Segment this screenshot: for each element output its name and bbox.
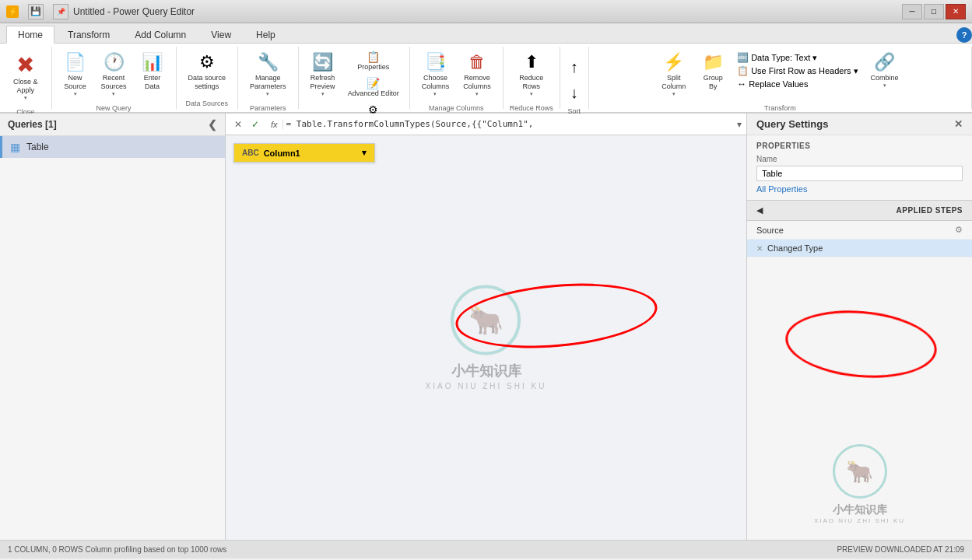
applied-steps-header: ◀ APPLIED STEPS	[747, 200, 972, 221]
queries-collapse-button[interactable]: ❮	[208, 118, 217, 131]
minimize-button[interactable]: ─	[902, 4, 922, 19]
formula-fx-label: fx	[266, 120, 283, 129]
app-icon: ⚡	[6, 5, 19, 18]
properties-section-title: PROPERTIES	[756, 142, 963, 150]
tab-view[interactable]: View	[199, 26, 243, 43]
data-sources-group-label: Data Sources	[186, 96, 229, 107]
annotation-circle-steps	[783, 305, 940, 384]
combine-button[interactable]: 🔗 Combine ▾	[865, 48, 904, 93]
tab-home[interactable]: Home	[6, 26, 54, 44]
query-item-table[interactable]: ▦ Table	[0, 136, 225, 158]
ribbon-group-new-query: 📄 NewSource ▾ 🕐 RecentSources ▾ 📊 EnterD…	[52, 47, 177, 109]
ribbon-group-parameters: 🔧 ManageParameters ▾ Parameters	[238, 47, 299, 109]
settings-watermark: 🐂 小牛知识库 XIAO NIU ZHI SHI KU	[747, 429, 972, 540]
step-gear-icon[interactable]: ⚙	[955, 225, 963, 235]
replace-values-label: Replace Values	[749, 79, 808, 89]
new-source-button[interactable]: 📄 NewSource ▾	[58, 48, 93, 101]
choose-columns-button[interactable]: 📑 ChooseColumns ▾	[416, 48, 455, 101]
step-label-source: Source	[756, 226, 784, 235]
settings-watermark-sub: XIAO NIU ZHI SHI KU	[814, 517, 905, 524]
use-first-row-label: Use First Row as Headers	[751, 66, 851, 75]
data-grid[interactable]: ABC Column1 ▾ 🐂 小牛知识库 XIAO NIU ZHI	[226, 135, 746, 540]
watermark-text: 小牛知识库	[451, 362, 521, 380]
split-column-label: SplitColumn	[661, 74, 686, 91]
combine-label: Combine	[871, 74, 899, 82]
step-item-changed-type[interactable]: ✕ Changed Type	[747, 240, 972, 257]
settings-watermark-text: 小牛知识库	[833, 503, 887, 517]
all-properties-link[interactable]: All Properties	[756, 184, 963, 194]
recent-sources-button[interactable]: 🕐 RecentSources ▾	[96, 48, 132, 101]
refresh-preview-label: RefreshPreview	[311, 74, 335, 91]
tab-add-column[interactable]: Add Column	[123, 26, 198, 43]
window-title: Untitled - Power Query Editor	[73, 6, 195, 17]
formula-expand-button[interactable]: ▾	[737, 119, 742, 130]
window-close-button[interactable]: ✕	[946, 4, 966, 19]
queries-panel: Queries [1] ❮ ▦ Table	[0, 114, 226, 540]
new-source-label: NewSource	[64, 74, 86, 91]
formula-back-button[interactable]: ✕	[230, 117, 246, 132]
settings-panel: Query Settings ✕ PROPERTIES Name All Pro…	[746, 114, 972, 540]
reduce-rows-button[interactable]: ⬆ ReduceRows ▾	[514, 48, 549, 101]
manage-columns-group-label: Manage Columns	[429, 101, 484, 112]
ribbon-group-query: 🔄 RefreshPreview ▾ 📋 Properties 📝 Advanc…	[299, 47, 410, 109]
step-delete-icon[interactable]: ✕	[756, 244, 763, 253]
enter-data-button[interactable]: 📊 EnterData	[135, 48, 170, 95]
formula-bar: ✕ ✓ fx ▾	[226, 114, 746, 135]
watermark-logo: 🐂	[451, 285, 521, 355]
data-type-button[interactable]: 🔤 Data Type: Text ▾	[735, 51, 860, 64]
name-label: Name	[756, 155, 963, 163]
group-by-button[interactable]: 📁 GroupBy	[696, 48, 730, 95]
name-input[interactable]	[756, 166, 963, 181]
settings-title: Query Settings	[756, 118, 828, 130]
col-dropdown-icon[interactable]: ▾	[362, 148, 367, 158]
manage-parameters-button[interactable]: 🔧 ManageParameters ▾	[244, 48, 292, 101]
split-column-button[interactable]: ⚡ SplitColumn ▾	[656, 48, 691, 101]
ribbon-group-transform: ⚡ SplitColumn ▾ 📁 GroupBy 🔤 Data Type: T…	[589, 47, 972, 109]
step-label-changed-type: Changed Type	[767, 243, 823, 253]
transform-group-label: Transform	[764, 101, 796, 112]
column-header-column1[interactable]: ABC Column1 ▾	[234, 144, 375, 163]
remove-columns-button[interactable]: 🗑 RemoveColumns ▾	[458, 48, 497, 101]
close-apply-dropdown[interactable]: ▾	[24, 95, 27, 101]
help-button[interactable]: ?	[956, 27, 972, 43]
step-item-source[interactable]: Source ⚙	[747, 221, 972, 240]
ribbon-group-data-sources: ⚙ Data sourcesettings Data Sources	[177, 47, 239, 109]
formula-check-button[interactable]: ✓	[247, 117, 263, 132]
pin-button[interactable]: 📌	[53, 4, 68, 19]
use-first-row-button[interactable]: 📋 Use First Row as Headers ▾	[735, 65, 860, 77]
ribbon-group-manage-columns: 📑 ChooseColumns ▾ 🗑 RemoveColumns ▾ Mana…	[410, 47, 504, 109]
settings-watermark-logo: 🐂	[833, 444, 887, 499]
properties-button[interactable]: 📋 Properties	[344, 48, 403, 73]
applied-steps-arrow: ◀	[756, 205, 763, 215]
recent-sources-label: RecentSources	[101, 74, 127, 91]
data-type-label: Data Type: Text	[751, 53, 810, 62]
table-icon: ▦	[10, 141, 20, 153]
replace-values-button[interactable]: ↔ Replace Values	[735, 78, 860, 90]
tab-transform[interactable]: Transform	[56, 26, 121, 43]
close-apply-button[interactable]: ✖ Close & Apply ▾	[6, 48, 45, 105]
sort-desc-button[interactable]: ↓	[567, 82, 582, 104]
close-apply-label: Close & Apply	[13, 78, 38, 95]
maximize-button[interactable]: □	[924, 4, 944, 19]
grid-table: ABC Column1 ▾	[233, 143, 375, 163]
refresh-preview-button[interactable]: 🔄 RefreshPreview ▾	[305, 48, 341, 101]
manage-parameters-label: ManageParameters	[250, 74, 286, 91]
center-panel: ✕ ✓ fx ▾ ABC Column1 ▾	[226, 114, 746, 540]
queries-title: Queries [1]	[8, 119, 57, 130]
watermark-sub: XIAO NIU ZHI SHI KU	[426, 382, 547, 390]
advanced-editor-button[interactable]: 📝 Advanced Editor	[344, 75, 403, 100]
data-source-settings-button[interactable]: ⚙ Data sourcesettings	[183, 48, 232, 95]
status-bar: 1 COLUMN, 0 ROWS Column profiling based …	[0, 540, 972, 558]
new-query-group-label: New Query	[96, 101, 132, 112]
settings-close-button[interactable]: ✕	[954, 118, 963, 130]
main-area: Queries [1] ❮ ▦ Table ✕ ✓ fx ▾	[0, 114, 972, 540]
sort-asc-button[interactable]: ↑	[567, 56, 582, 79]
ribbon: ✖ Close & Apply ▾ Close 📄 NewSource ▾ 🕐 …	[0, 44, 972, 114]
reduce-rows-group-label: Reduce Rows	[510, 101, 553, 112]
formula-input[interactable]	[286, 119, 734, 129]
tab-help[interactable]: Help	[244, 26, 287, 43]
save-button[interactable]: 💾	[28, 4, 44, 19]
enter-data-label: EnterData	[144, 74, 161, 91]
ribbon-tab-bar: Home Transform Add Column View Help ?	[0, 23, 972, 44]
steps-list: Source ⚙ ✕ Changed Type	[747, 221, 972, 257]
